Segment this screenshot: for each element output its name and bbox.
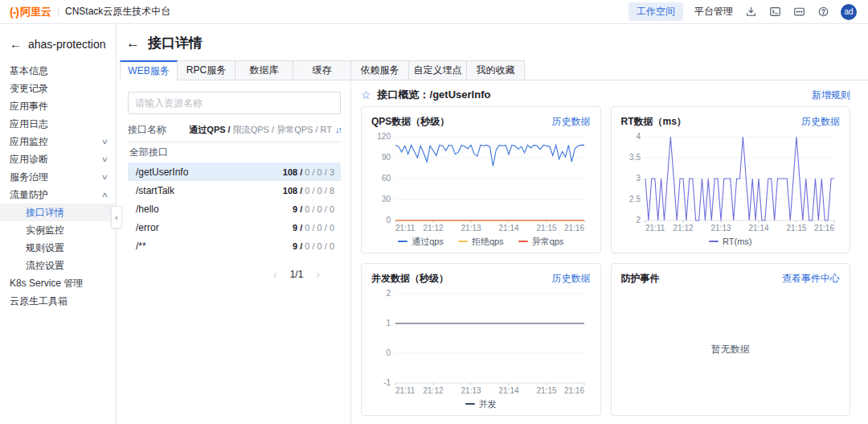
new-rule-link[interactable]: 新增规则 [812, 89, 850, 102]
interface-row-/error[interactable]: /error9 / 0 / 0 / 0 [128, 218, 341, 237]
sidebar-item-规则设置[interactable]: 规则设置 [0, 239, 116, 257]
concurrency-chart-legend: 并发 [371, 396, 591, 412]
interface-rows: /getUserInfo108 / 0 / 0 / 3/startTalk108… [128, 163, 341, 255]
sidebar-item-实例监控[interactable]: 实例监控 [0, 221, 116, 239]
svg-text:0: 0 [386, 348, 391, 357]
help-icon[interactable] [817, 6, 829, 19]
event-center-link[interactable]: 查看事件中心 [782, 272, 840, 286]
sidebar-item-接口详情[interactable]: 接口详情 [0, 204, 116, 221]
legend-swatch [398, 241, 407, 242]
sidebar-item-变更记录[interactable]: 变更记录 [0, 80, 116, 97]
svg-text:21:11: 21:11 [395, 386, 416, 395]
tab-自定义埋点[interactable]: 自定义埋点 [409, 60, 467, 80]
sidebar-item-云原生工具箱[interactable]: 云原生工具箱 [0, 292, 116, 310]
protection-events-card: 防护事件 查看事件中心 暂无数据 [611, 263, 851, 416]
chart-title: 并发数据（秒级） [371, 272, 448, 286]
back-icon[interactable]: ← [10, 37, 22, 51]
next-page-icon[interactable]: › [316, 268, 320, 281]
tab-WEB服务[interactable]: WEB服务 [120, 60, 178, 80]
search-input[interactable] [128, 92, 341, 114]
tab-缓存[interactable]: 缓存 [293, 60, 351, 80]
sidebar-item-K8s Service 管理[interactable]: K8s Service 管理 [0, 274, 116, 292]
divider [58, 7, 59, 17]
svg-text:90: 90 [382, 153, 391, 162]
sidebar-item-应用日志[interactable]: 应用日志 [0, 115, 116, 133]
sidebar-item-label: 服务治理 [10, 171, 48, 184]
list-header: 接口名称 通过QPS / 限流QPS / 异常QPS / RT↓↑ [128, 117, 341, 142]
interface-row-/**[interactable]: /**9 / 0 / 0 / 0 [128, 237, 341, 255]
legend-item-通过qps[interactable]: 通过qps [398, 236, 444, 248]
card-header: 并发数据（秒级） 历史数据 [371, 272, 591, 286]
sidebar-item-应用监控[interactable]: 应用监控∨ [0, 133, 116, 150]
svg-text:21:16: 21:16 [813, 224, 833, 233]
legend-label: RT(ms) [723, 237, 751, 246]
chart-title: RT数据（ms） [621, 115, 686, 129]
page-header: ← 接口详情 [120, 24, 868, 60]
card-header: RT数据（ms） 历史数据 [621, 115, 841, 129]
legend-item-拒绝qps[interactable]: 拒绝qps [458, 236, 504, 248]
command-panel-icon[interactable] [792, 6, 805, 19]
prev-page-icon[interactable]: ‹ [273, 268, 277, 281]
empty-state: 暂无数据 [621, 287, 841, 412]
charts-grid: QPS数据（秒级） 历史数据 030609012021:1121:1221:13… [361, 106, 850, 416]
alibaba-cloud-logo[interactable]: (-) 阿里云 [10, 5, 51, 19]
qps-chart: 030609012021:1121:1221:1321:1421:1521:16 [371, 130, 591, 233]
favorite-star-icon[interactable]: ☆ [361, 89, 371, 101]
app-root: (-) 阿里云 CNStack云原生技术中台 工作空间 平台管理 ad [0, 0, 868, 424]
page-back-icon[interactable]: ← [126, 35, 140, 51]
history-data-link[interactable]: 历史数据 [552, 272, 591, 286]
sidebar-item-基本信息[interactable]: 基本信息 [0, 62, 116, 80]
sidebar-item-label: 流量防护 [10, 188, 48, 202]
sidebar-item-服务治理[interactable]: 服务治理∨ [0, 168, 116, 186]
terminal-icon[interactable] [768, 6, 781, 19]
sidebar-item-流控设置[interactable]: 流控设置 [0, 257, 116, 274]
svg-text:21:15: 21:15 [536, 224, 556, 233]
legend-swatch [518, 241, 528, 242]
interface-name: /error [136, 222, 159, 233]
svg-text:60: 60 [382, 174, 391, 183]
page-indicator: 1/1 [290, 269, 304, 280]
tab-依赖服务[interactable]: 依赖服务 [351, 60, 409, 80]
legend-item-RT(ms)[interactable]: RT(ms) [709, 237, 751, 246]
sort-control[interactable]: 通过QPS / 限流QPS / 异常QPS / RT↓↑ [189, 124, 341, 136]
logo-text: 阿里云 [20, 5, 51, 19]
history-data-link[interactable]: 历史数据 [801, 115, 840, 129]
interface-metrics: 9 / 0 / 0 / 0 [293, 223, 334, 233]
svg-text:1: 1 [386, 319, 391, 327]
tab-RPC服务[interactable]: RPC服务 [178, 60, 235, 80]
sidebar-item-流量防护[interactable]: 流量防护∧ [0, 186, 116, 204]
legend-swatch [709, 241, 719, 242]
pagination: ‹ 1/1 › [128, 268, 341, 281]
tab-我的收藏[interactable]: 我的收藏 [467, 60, 525, 80]
svg-text:21:14: 21:14 [498, 224, 518, 233]
sidebar-item-应用事件[interactable]: 应用事件 [0, 97, 116, 115]
legend-item-并发[interactable]: 并发 [465, 398, 497, 410]
workspace-button[interactable]: 工作空间 [628, 2, 683, 21]
sort-primary-label: 通过QPS / [189, 124, 230, 136]
topbar-left: (-) 阿里云 CNStack云原生技术中台 [10, 5, 170, 19]
history-data-link[interactable]: 历史数据 [552, 115, 591, 129]
rt-chart: 22.533.5421:1121:1221:1321:1421:1521:16 [621, 130, 841, 233]
svg-text:21:14: 21:14 [748, 224, 768, 233]
tab-数据库[interactable]: 数据库 [235, 60, 293, 80]
panel-title: 防护事件 [621, 272, 660, 286]
interface-row-/getUserInfo[interactable]: /getUserInfo108 / 0 / 0 / 3 [128, 163, 341, 181]
sidebar-item-label: 变更记录 [10, 82, 48, 96]
topbar: (-) 阿里云 CNStack云原生技术中台 工作空间 平台管理 ad [0, 0, 868, 24]
download-icon[interactable] [744, 6, 757, 19]
legend-item-异常qps[interactable]: 异常qps [518, 236, 564, 248]
page-title: 接口详情 [148, 34, 203, 52]
interface-name: /getUserInfo [136, 167, 188, 178]
interface-row-/startTalk[interactable]: /startTalk108 / 0 / 0 / 8 [128, 181, 341, 200]
user-avatar[interactable]: ad [841, 4, 857, 20]
interface-row-/hello[interactable]: /hello9 / 0 / 0 / 0 [128, 200, 341, 218]
sidebar-item-label: 云原生工具箱 [10, 294, 68, 308]
svg-text:21:13: 21:13 [461, 386, 481, 395]
platform-manage-button[interactable]: 平台管理 [694, 5, 733, 19]
svg-text:120: 120 [377, 132, 391, 141]
sidebar-item-应用诊断[interactable]: 应用诊断∨ [0, 150, 116, 168]
sidebar-nav: 基本信息变更记录应用事件应用日志应用监控∨应用诊断∨服务治理∨流量防护∧接口详情… [0, 62, 116, 310]
sidebar-collapse-handle[interactable]: ‹ [111, 206, 122, 228]
chevron-down-icon: ∨ [101, 173, 108, 181]
group-all-interfaces[interactable]: 全部接口 [128, 142, 341, 163]
